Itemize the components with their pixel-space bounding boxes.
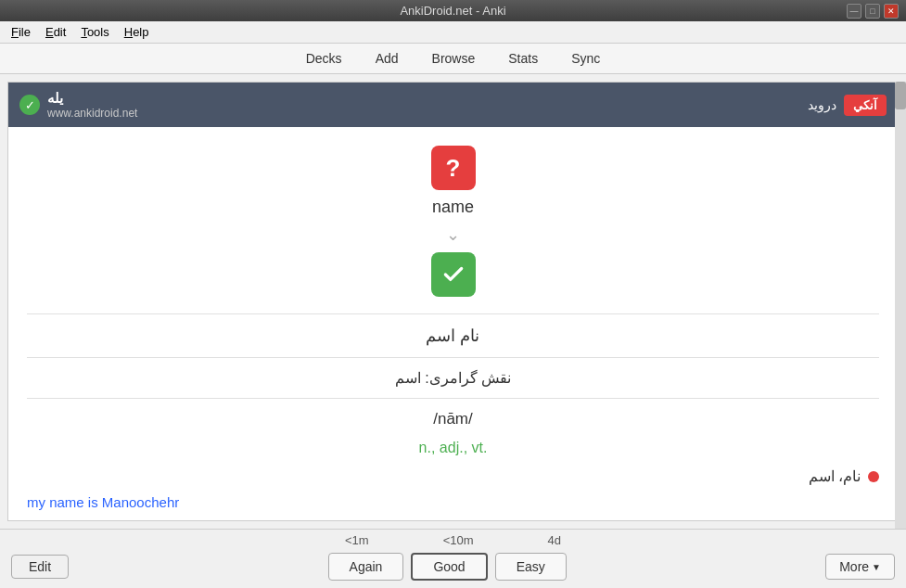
- more-button[interactable]: More ▼: [825, 554, 895, 580]
- card-example-english: my name is Manoochehr: [27, 491, 879, 514]
- card-pos: n., adj., vt.: [27, 434, 879, 462]
- divider-1: [27, 313, 879, 314]
- menu-tools[interactable]: Tools: [73, 23, 116, 41]
- card-example-persian: نام، اسم: [809, 467, 861, 485]
- scrollbar-track[interactable]: [895, 82, 906, 529]
- chevron-icon: ⌄: [446, 224, 460, 245]
- edit-button[interactable]: Edit: [11, 555, 69, 579]
- card-example-row: نام، اسم: [27, 462, 879, 491]
- card-content: ? name ⌄ نام اسم نقش گرامری: اسم /nām/ n…: [8, 127, 898, 521]
- timing-easy: 4d: [548, 533, 561, 547]
- title-bar: AnkiDroid.net - Anki — □ ✕: [0, 0, 906, 21]
- toolbar-decks[interactable]: Decks: [300, 49, 348, 68]
- minimize-button[interactable]: —: [847, 4, 861, 19]
- deck-label-right: درويد: [808, 97, 836, 112]
- divider-3: [27, 398, 879, 399]
- main-area: ✓ يله www.ankidroid.net درويد آنکي ? nam…: [0, 74, 906, 588]
- anki-button[interactable]: آنکي: [844, 95, 887, 116]
- toolbar-browse[interactable]: Browse: [427, 49, 481, 68]
- toolbar-add[interactable]: Add: [370, 49, 404, 68]
- menu-file[interactable]: File: [4, 23, 38, 41]
- answer-buttons: Again Good Easy: [69, 553, 825, 581]
- card-box: ✓ يله www.ankidroid.net درويد آنکي ? nam…: [7, 82, 899, 521]
- deck-name: يله: [47, 90, 137, 107]
- card-translation: نام اسم: [27, 320, 879, 352]
- divider-2: [27, 357, 879, 358]
- bottom-bar: <1m <10m 4d Edit Again Good Easy More ▼: [0, 529, 906, 588]
- toolbar-stats[interactable]: Stats: [503, 49, 543, 68]
- toolbar-sync[interactable]: Sync: [566, 49, 606, 68]
- maximize-button[interactable]: □: [865, 4, 880, 19]
- button-row: Edit Again Good Easy More ▼: [0, 549, 906, 588]
- deck-url: www.ankidroid.net: [47, 107, 137, 120]
- card-area: ✓ يله www.ankidroid.net درويد آنکي ? nam…: [0, 74, 906, 529]
- card-word: name: [432, 198, 474, 217]
- menu-edit[interactable]: Edit: [38, 23, 73, 41]
- scrollbar-thumb[interactable]: [895, 82, 906, 109]
- timing-good: <10m: [443, 533, 474, 547]
- easy-button[interactable]: Easy: [495, 553, 567, 581]
- deck-header-right: درويد آنکي: [808, 95, 887, 116]
- window-title: AnkiDroid.net - Anki: [400, 4, 505, 18]
- timing-again: <1m: [345, 533, 369, 547]
- card-phonetic: /nām/: [27, 404, 879, 434]
- card-grammar: نقش گرامری: اسم: [27, 364, 879, 392]
- deck-check-icon: ✓: [19, 95, 40, 115]
- question-icon: ?: [431, 146, 476, 190]
- answer-icon: [431, 252, 476, 297]
- menu-bar: File Edit Tools Help: [0, 21, 906, 44]
- menu-help[interactable]: Help: [117, 23, 157, 41]
- window-controls: — □ ✕: [847, 4, 899, 19]
- red-dot-icon: [868, 471, 879, 482]
- deck-header: ✓ يله www.ankidroid.net درويد آنکي: [8, 83, 898, 127]
- deck-header-left: ✓ يله www.ankidroid.net: [19, 90, 137, 120]
- timing-row: <1m <10m 4d: [0, 530, 906, 549]
- close-button[interactable]: ✕: [884, 4, 899, 19]
- toolbar: Decks Add Browse Stats Sync: [0, 44, 906, 74]
- good-button[interactable]: Good: [411, 553, 487, 581]
- again-button[interactable]: Again: [328, 553, 404, 581]
